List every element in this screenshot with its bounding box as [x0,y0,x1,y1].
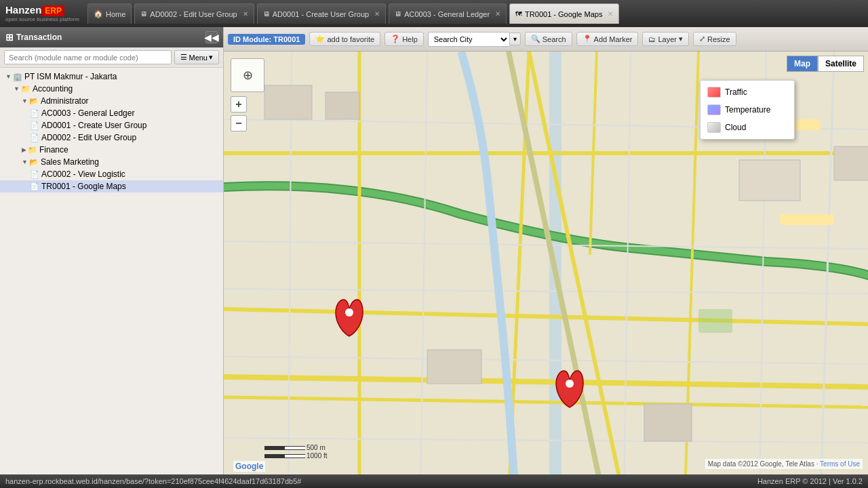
expand-icon-sales: ▼ [22,159,28,165]
window-icon: 🖥 [140,10,147,18]
search-city-wrapper: Search City ▾ [428,32,521,47]
window-icon2: 🖥 [263,10,270,18]
tab-bar: HanzenERP open source business platform … [0,0,868,27]
tree-container: ▼ 🏢 PT ISM Makmur - Jakarta ▼ 📁 Accounti… [0,68,223,474]
terms-of-service-link[interactable]: Terms of Use [820,460,860,468]
chevron-down-icon2: ▾ [679,35,683,43]
map-type-map-button[interactable]: Map [787,56,818,72]
traffic-layer-icon [707,87,721,98]
tree-item-sales[interactable]: ▼ 📂 Sales Marketing [0,156,223,168]
expand-icon-admin: ▼ [22,98,28,104]
tab-close-ac0003[interactable]: ✕ [495,10,500,18]
main-layout: ⊞ Transaction ◀◀ ☰ Menu ▾ ▼ 🏢 PT ISM Mak… [0,27,868,474]
svg-point-25 [345,308,353,317]
chevron-down-icon: ▾ [209,53,213,62]
map-scale: 500 m 1000 ft [264,444,328,460]
tree-item-tr0001[interactable]: 📄 TR0001 - Google Maps [0,180,223,192]
tree-item-accounting[interactable]: ▼ 📁 Accounting [0,83,223,95]
tab-close-tr0001[interactable]: ✕ [608,10,613,18]
sidebar: ⊞ Transaction ◀◀ ☰ Menu ▾ ▼ 🏢 PT ISM Mak… [0,27,224,474]
tab-tr0001[interactable]: 🗺 TR0001 - Google Maps ✕ [509,3,619,24]
window-icon3: 🖥 [395,10,401,18]
tree-item-administrator[interactable]: ▼ 📂 Administrator [0,95,223,107]
tab-close-ad0001[interactable]: ✕ [374,10,380,18]
expand-icon-finance: ▶ [22,146,26,153]
grid-icon: ⊞ [5,32,14,43]
tab-ad0002[interactable]: 🖥 AD0002 - Edit User Group ✕ [134,3,254,24]
marker-icon: 📍 [583,35,592,43]
search-icon: 🔍 [531,35,540,43]
map-navigation[interactable]: ⊕ [231,58,264,92]
add-marker-button[interactable]: 📍 Add Marker [576,32,639,46]
add-favorite-button[interactable]: ⭐ add to favorite [309,32,380,46]
svg-rect-32 [834,146,868,180]
layer-option-cloud[interactable]: Cloud [701,119,794,136]
tab-ac0003[interactable]: 🖥 AC0003 - General Ledger ✕ [389,3,507,24]
accounting-folder-icon: 📁 [21,85,31,94]
menu-button[interactable]: ☰ Menu ▾ [174,50,219,64]
expand-icon: ▼ [5,73,12,80]
tree-item-ac0003[interactable]: 📄 AC0003 - General Ledger [0,107,223,119]
svg-point-26 [566,380,574,388]
home-icon: 🏠 [94,9,103,18]
sidebar-collapse-button[interactable]: ◀◀ [205,31,218,43]
tree-item-ad0002[interactable]: 📄 AD0002 - Edit User Group [0,131,223,144]
cloud-layer-icon [707,122,721,133]
company-folder-icon: 🏢 [13,73,22,81]
search-city-dropdown-arrow[interactable]: ▾ [509,33,521,45]
module-id-badge: ID Module: TR0001 [228,34,305,45]
tree-item-finance[interactable]: ▶ 📁 Finance [0,144,223,156]
tab-home[interactable]: 🏠 Home [87,3,132,24]
layer-option-temperature[interactable]: Temperature [701,101,794,119]
tab-ad0001[interactable]: 🖥 AD0001 - Create User Group ✕ [257,3,386,24]
status-url: hanzen-erp.rockbeat.web.id/hanzen/base/?… [5,477,301,485]
help-button[interactable]: ❓ Help [384,32,424,46]
layers-icon: 🗂 [648,35,656,43]
logo-text: HanzenERP [5,5,79,15]
status-version: Hanzen ERP © 2012 | Ver 1.0.2 [757,477,863,485]
search-city-select[interactable]: Search City [428,32,509,47]
content-area: ID Module: TR0001 ⭐ add to favorite ❓ He… [224,27,868,474]
svg-rect-29 [264,85,312,119]
expand-icon-accounting: ▼ [14,85,20,92]
svg-rect-34 [427,350,481,384]
module-toolbar: ID Module: TR0001 ⭐ add to favorite ❓ He… [224,27,868,52]
app-logo: HanzenERP open source business platform [5,5,79,22]
svg-rect-30 [326,92,359,119]
admin-folder-icon: 📂 [29,97,39,106]
tab-close-ad0002[interactable]: ✕ [243,10,248,18]
sales-folder-icon: 📂 [29,158,39,167]
doc-icon-ac0002: 📄 [30,170,39,179]
temperature-layer-icon [707,104,721,115]
module-search-input[interactable] [4,50,172,64]
map-controls: ⊕ + − [231,58,264,131]
resize-button[interactable]: ⤢ Resize [693,32,736,46]
menu-icon: ☰ [180,53,187,62]
tree-company[interactable]: ▼ 🏢 PT ISM Makmur - Jakarta [0,70,223,83]
doc-icon-ac0003: 📄 [30,109,39,118]
search-button[interactable]: 🔍 Search [525,32,572,46]
help-icon: ❓ [391,35,400,43]
sidebar-header: ⊞ Transaction ◀◀ [0,27,223,47]
map-icon: 🗺 [515,10,522,18]
map-type-satellite-button[interactable]: Satellite [818,56,864,72]
layer-button[interactable]: 🗂 Layer ▾ [642,32,689,46]
doc-icon-tr0001: 📄 [30,182,39,191]
tree-item-ac0002[interactable]: 📄 AC0002 - View Logistic [0,168,223,180]
map-container[interactable]: Traffic Temperature Cloud ⊕ + − Map [224,52,868,474]
doc-icon-ad0001: 📄 [30,121,39,130]
svg-rect-31 [739,160,800,201]
sidebar-title: ⊞ Transaction [5,32,62,43]
svg-rect-37 [698,309,732,333]
map-type-buttons: Map Satellite [787,56,864,72]
layer-option-traffic[interactable]: Traffic [701,83,794,101]
tree-item-ad0001[interactable]: 📄 AD0001 - Create User Group [0,119,223,131]
zoom-out-button[interactable]: − [231,115,247,131]
doc-icon-ad0002: 📄 [30,134,39,142]
star-icon: ⭐ [315,35,325,43]
finance-folder-icon: 📁 [28,146,37,155]
zoom-in-button[interactable]: + [231,96,247,113]
svg-rect-35 [644,404,692,441]
status-bar: hanzen-erp.rockbeat.web.id/hanzen/base/?… [0,474,868,488]
layer-dropdown: Traffic Temperature Cloud [700,80,795,140]
